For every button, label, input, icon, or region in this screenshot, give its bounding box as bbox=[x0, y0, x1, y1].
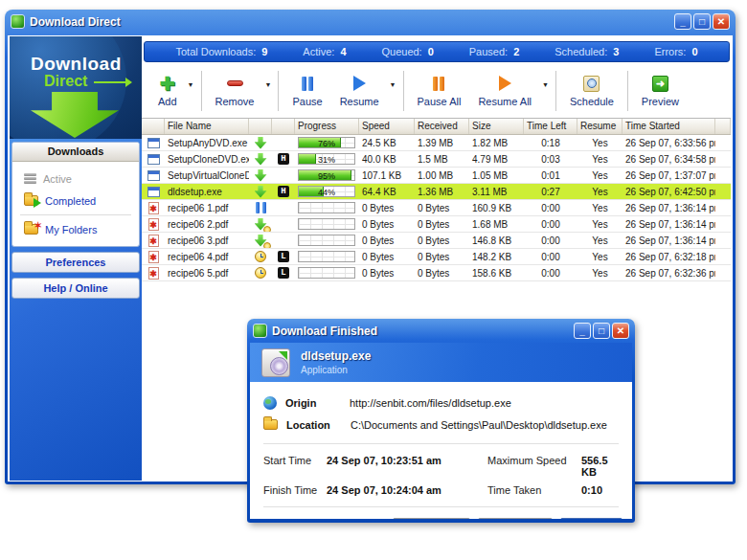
column-header-time-left[interactable]: Time Left bbox=[524, 119, 577, 134]
remove-dropdown-arrow[interactable]: ▼ bbox=[264, 81, 271, 101]
desktop: Download Direct _ □ ✕ Download Direct To… bbox=[0, 0, 747, 560]
column-header-time-started[interactable]: Time Started bbox=[622, 119, 715, 134]
pause-button[interactable]: Pause bbox=[283, 70, 330, 112]
origin-row: Origin http://senbit.com/files/dldsetup.… bbox=[263, 392, 619, 414]
resume-all-icon bbox=[499, 75, 511, 92]
column-header-file-name[interactable]: File Name bbox=[165, 119, 249, 134]
speed-cell: 64.4 KB bbox=[359, 184, 415, 199]
exe-file-icon bbox=[147, 138, 160, 148]
size-cell: 148.2 KB bbox=[469, 249, 524, 264]
column-header-received[interactable]: Received bbox=[415, 119, 469, 134]
status-cell bbox=[249, 151, 272, 167]
progress-cell: 76% bbox=[295, 135, 359, 150]
resume-all-dropdown-arrow[interactable]: ▼ bbox=[542, 81, 549, 101]
download-row[interactable]: SetupAnyDVD.exe76%24.5 KB1.39 MB1.82 MB0… bbox=[142, 135, 731, 151]
file-name-cell: SetupCloneDVD.exe bbox=[165, 151, 249, 167]
download-row[interactable]: ✱recipe06 3.pdf0 Bytes0 Bytes146.8 KB0:0… bbox=[142, 233, 731, 249]
file-type-cell bbox=[142, 135, 165, 150]
status-down-clock-icon bbox=[254, 234, 268, 248]
download-row[interactable]: dldsetup.exeH44%64.4 KB1.36 MB3.11 MB0:2… bbox=[142, 184, 731, 200]
priority-cell: L bbox=[272, 265, 295, 280]
filler-cell bbox=[715, 249, 731, 264]
resume-button[interactable]: Resume bbox=[331, 70, 388, 112]
progress-cell: 95% bbox=[295, 168, 359, 183]
column-header-size[interactable]: Size bbox=[469, 119, 524, 134]
dialog-minimize-button[interactable]: _ bbox=[574, 323, 591, 339]
sidebar-header-downloads[interactable]: Downloads bbox=[12, 143, 139, 162]
progress-bar: 95% bbox=[298, 169, 355, 181]
column-header-resume[interactable]: Resume bbox=[577, 119, 622, 134]
priority-badge: H bbox=[278, 153, 289, 165]
sidebar-item-active[interactable]: Active bbox=[12, 168, 139, 190]
resume-cell: Yes bbox=[577, 265, 622, 280]
size-cell: 146.8 KB bbox=[469, 233, 524, 248]
time-taken-label: Time Taken bbox=[487, 484, 581, 496]
time-left-cell: 0:00 bbox=[524, 200, 577, 215]
add-dropdown-arrow[interactable]: ▼ bbox=[188, 81, 194, 101]
status-down-icon bbox=[254, 185, 268, 199]
scheduled-clock-icon bbox=[255, 251, 266, 262]
dialog-titlebar[interactable]: Download Finished _ □ ✕ bbox=[247, 319, 635, 343]
dialog-maximize-button[interactable]: □ bbox=[593, 323, 610, 339]
pause-all-button[interactable]: Pause All bbox=[409, 70, 470, 112]
explore-button[interactable]: Explore bbox=[478, 518, 553, 520]
exe-file-icon bbox=[147, 154, 160, 165]
resume-cell: Yes bbox=[577, 135, 622, 150]
column-header-speed[interactable]: Speed bbox=[359, 119, 415, 134]
download-arrow-icon bbox=[255, 153, 267, 166]
schedule-button[interactable]: Schedule bbox=[561, 70, 622, 112]
priority-badge: L bbox=[278, 267, 289, 279]
resume-cell: Yes bbox=[577, 184, 622, 199]
preferences-button[interactable]: Preferences bbox=[11, 252, 140, 273]
file-type-cell: ✱ bbox=[142, 233, 165, 248]
resume-all-button[interactable]: Resume All bbox=[469, 70, 540, 112]
column-header-priority[interactable] bbox=[272, 119, 295, 134]
sidebar-item-my-folders[interactable]: ✶ My Folders bbox=[12, 218, 139, 240]
help-online-button[interactable]: Help / Online bbox=[11, 278, 140, 299]
progress-label: 31% bbox=[299, 154, 354, 164]
pdf-file-icon: ✱ bbox=[148, 267, 159, 280]
download-row[interactable]: ✱recipe06 5.pdfL0 Bytes0 Bytes158.6 KB0:… bbox=[142, 265, 731, 281]
download-row[interactable]: ✱recipe06 2.pdf0 Bytes0 Bytes1.68 MB0:00… bbox=[142, 216, 731, 233]
resume-cell: Yes bbox=[577, 168, 622, 183]
progress-label: 44% bbox=[299, 187, 354, 196]
download-row[interactable]: ✱recipe06 4.pdfL0 Bytes0 Bytes148.2 KB0:… bbox=[142, 249, 731, 265]
maximize-button[interactable]: □ bbox=[693, 13, 711, 30]
received-cell: 0 Bytes bbox=[415, 233, 469, 248]
filler-cell bbox=[715, 135, 731, 150]
column-header-status[interactable] bbox=[249, 119, 272, 134]
progress-cell bbox=[295, 233, 359, 248]
start-time-label: Start Time bbox=[263, 455, 327, 478]
sidebar-item-completed[interactable]: Completed bbox=[12, 190, 139, 212]
stat-active: Active:4 bbox=[303, 46, 346, 57]
download-row[interactable]: SetupVirtualCloneDriv...95%107.1 KB1.00 … bbox=[142, 168, 731, 184]
speed-cell: 0 Bytes bbox=[359, 265, 415, 280]
resume-dropdown-arrow[interactable]: ▼ bbox=[390, 81, 396, 101]
toolbar-separator bbox=[403, 71, 404, 111]
close-dialog-button[interactable]: ✖ Close bbox=[560, 518, 622, 520]
file-name-cell: dldsetup.exe bbox=[165, 184, 249, 199]
remove-icon bbox=[227, 75, 243, 92]
column-header-file-icon[interactable] bbox=[142, 119, 165, 134]
max-speed-label: Maximum Speed bbox=[487, 455, 581, 478]
download-row[interactable]: ✱recipe06 1.pdf0 Bytes0 Bytes160.9 KB0:0… bbox=[142, 200, 731, 216]
priority-cell: H bbox=[272, 151, 295, 167]
preview-button[interactable]: ➜ Preview bbox=[633, 70, 688, 112]
column-header-progress[interactable]: Progress bbox=[295, 119, 359, 134]
pdf-file-icon: ✱ bbox=[148, 235, 159, 247]
progress-cell bbox=[295, 200, 359, 215]
remove-button[interactable]: Remove bbox=[207, 70, 263, 112]
finish-time-value: 24 Sep 07, 10:24:04 am bbox=[327, 484, 487, 496]
add-button[interactable]: ✚ Add bbox=[149, 70, 186, 112]
scheduled-clock-badge-icon bbox=[263, 242, 271, 249]
run-file-button[interactable]: ➜ Run File bbox=[393, 518, 470, 520]
close-button[interactable]: ✕ bbox=[713, 13, 730, 30]
show-dialog-checkbox-row[interactable]: Show this dialog automatically bbox=[260, 517, 385, 519]
downloads-panel: Downloads Active Completed ✶ My Folders bbox=[11, 142, 140, 247]
minimize-button[interactable]: _ bbox=[674, 13, 691, 30]
dialog-close-button[interactable]: ✕ bbox=[612, 323, 629, 339]
download-arrow-icon bbox=[255, 186, 267, 198]
progress-bar: 76% bbox=[298, 137, 355, 148]
download-row[interactable]: SetupCloneDVD.exeH31%40.0 KB1.5 MB4.79 M… bbox=[142, 151, 731, 168]
main-titlebar[interactable]: Download Direct _ □ ✕ bbox=[5, 10, 736, 34]
